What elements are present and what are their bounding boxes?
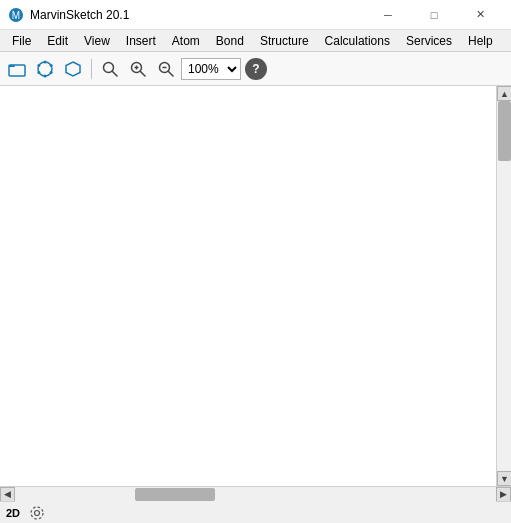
vertical-scrollbar: ▲ ▼	[496, 86, 511, 486]
zoom-in-icon	[129, 60, 147, 78]
svg-point-20	[35, 510, 40, 515]
scroll-up-button[interactable]: ▲	[497, 86, 511, 101]
zoom-in-button[interactable]	[125, 56, 151, 82]
menu-edit[interactable]: Edit	[39, 30, 76, 51]
close-button[interactable]: ✕	[457, 0, 503, 30]
scroll-track-horizontal[interactable]	[15, 487, 496, 502]
horizontal-scrollbar-bar: ◀ ▶	[0, 486, 511, 501]
minimize-button[interactable]: ─	[365, 0, 411, 30]
title-bar: M MarvinSketch 20.1 ─ □ ✕	[0, 0, 511, 30]
scroll-right-button[interactable]: ▶	[496, 487, 511, 502]
menu-bond[interactable]: Bond	[208, 30, 252, 51]
toolbar: 50% 75% 100% 150% 200% ?	[0, 52, 511, 86]
menu-structure[interactable]: Structure	[252, 30, 317, 51]
svg-point-8	[37, 71, 40, 74]
atom-ring-icon	[36, 60, 54, 78]
svg-line-18	[169, 71, 174, 76]
ring-tool-button[interactable]	[60, 56, 86, 82]
menu-view[interactable]: View	[76, 30, 118, 51]
svg-point-21	[31, 507, 43, 519]
help-button[interactable]: ?	[245, 58, 267, 80]
menu-insert[interactable]: Insert	[118, 30, 164, 51]
search-button[interactable]	[97, 56, 123, 82]
zoom-out-icon	[157, 60, 175, 78]
maximize-button[interactable]: □	[411, 0, 457, 30]
status-settings-button[interactable]	[28, 504, 46, 522]
separator-1	[91, 59, 92, 79]
svg-point-6	[50, 71, 53, 74]
svg-line-14	[141, 71, 146, 76]
window-controls: ─ □ ✕	[365, 0, 503, 30]
svg-marker-10	[66, 62, 80, 76]
atom-tool-button[interactable]	[32, 56, 58, 82]
svg-point-3	[38, 62, 52, 76]
menu-bar: File Edit View Insert Atom Bond Structur…	[0, 30, 511, 52]
scroll-left-button[interactable]: ◀	[0, 487, 15, 502]
scroll-track-vertical[interactable]	[497, 101, 511, 471]
status-bar: 2D	[0, 501, 511, 523]
zoom-select[interactable]: 50% 75% 100% 150% 200%	[181, 58, 241, 80]
open-file-button[interactable]	[4, 56, 30, 82]
main-area: ▲ ▼	[0, 86, 511, 486]
svg-text:M: M	[12, 10, 20, 21]
svg-point-7	[44, 74, 47, 77]
app-icon: M	[8, 7, 24, 23]
title-text: MarvinSketch 20.1	[30, 8, 365, 22]
menu-atom[interactable]: Atom	[164, 30, 208, 51]
scroll-thumb-horizontal[interactable]	[135, 488, 215, 501]
svg-point-4	[44, 60, 47, 63]
folder-icon	[8, 60, 26, 78]
mode-indicator: 2D	[6, 507, 20, 519]
scroll-down-button[interactable]: ▼	[497, 471, 511, 486]
settings-icon	[29, 505, 45, 521]
svg-point-9	[37, 64, 40, 67]
menu-services[interactable]: Services	[398, 30, 460, 51]
scroll-thumb-vertical[interactable]	[498, 101, 511, 161]
search-icon	[101, 60, 119, 78]
canvas[interactable]	[0, 86, 496, 486]
svg-line-12	[113, 71, 118, 76]
menu-file[interactable]: File	[4, 30, 39, 51]
svg-point-5	[50, 64, 53, 67]
zoom-out-button[interactable]	[153, 56, 179, 82]
hexagon-icon	[64, 60, 82, 78]
menu-calculations[interactable]: Calculations	[317, 30, 398, 51]
menu-help[interactable]: Help	[460, 30, 501, 51]
